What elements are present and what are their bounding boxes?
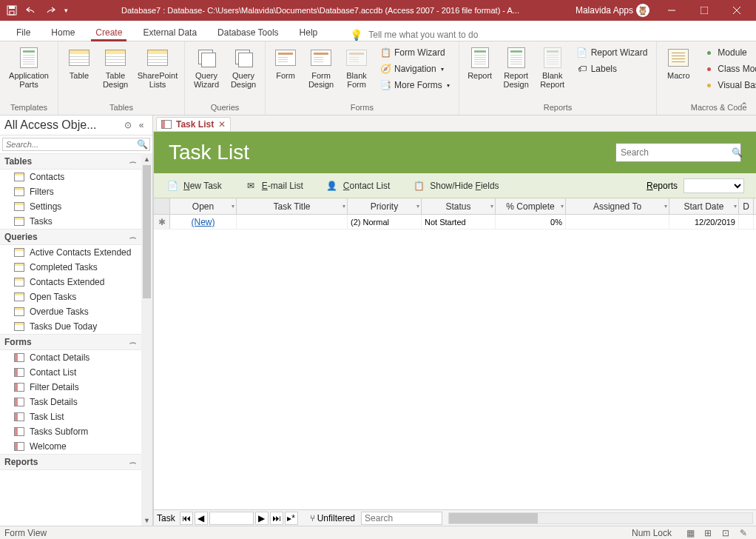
nav-item-tasks-subform[interactable]: Tasks Subform bbox=[0, 424, 141, 439]
recnav-first[interactable]: ⏮ bbox=[180, 512, 193, 525]
col-complete[interactable]: % Complete▾ bbox=[496, 198, 566, 214]
report-wizard-button[interactable]: 📄Report Wizard bbox=[572, 44, 652, 61]
report-design-button[interactable]: Report Design bbox=[499, 44, 533, 101]
nav-item-tasks-due-today[interactable]: Tasks Due Today bbox=[0, 319, 141, 334]
module-button[interactable]: Module bbox=[698, 44, 756, 61]
class-module-button[interactable]: Class Module bbox=[698, 61, 756, 77]
nav-item-contact-details[interactable]: Contact Details bbox=[0, 350, 141, 365]
application-parts-button[interactable]: Application Parts bbox=[4, 44, 53, 101]
cell-title[interactable] bbox=[237, 215, 348, 229]
col-open[interactable]: Open▾ bbox=[170, 198, 237, 214]
scroll-up-icon[interactable]: ▲ bbox=[141, 153, 152, 164]
new-record-row[interactable]: ✱ (New) (2) Normal Not Started 0% 12/20/… bbox=[154, 215, 756, 230]
cell-d[interactable] bbox=[739, 215, 754, 229]
nav-cat-queries[interactable]: Queries︽ bbox=[0, 229, 141, 245]
nav-item-contacts[interactable]: Contacts bbox=[0, 170, 141, 184]
horizontal-scrollbar[interactable] bbox=[448, 512, 753, 524]
contact-list-button[interactable]: 👤Contact List bbox=[325, 179, 390, 192]
recnav-search[interactable] bbox=[361, 512, 442, 525]
nav-item-active-contacts[interactable]: Active Contacts Extended bbox=[0, 245, 141, 260]
nav-item-task-list[interactable]: Task List bbox=[0, 409, 141, 424]
nav-item-tasks[interactable]: Tasks bbox=[0, 214, 141, 229]
col-task-title[interactable]: Task Title▾ bbox=[237, 198, 348, 214]
nav-collapse-button[interactable]: « bbox=[135, 120, 148, 130]
nav-scrollbar[interactable]: ▲ ▼ bbox=[141, 153, 152, 526]
tab-file[interactable]: File bbox=[6, 24, 41, 41]
labels-button[interactable]: 🏷Labels bbox=[572, 61, 652, 77]
col-assigned-to[interactable]: Assigned To▾ bbox=[566, 198, 669, 214]
form-search-input[interactable] bbox=[621, 147, 732, 158]
save-button[interactable] bbox=[3, 2, 21, 19]
row-selector-header[interactable] bbox=[154, 198, 170, 214]
nav-search-input[interactable] bbox=[3, 138, 135, 150]
maximize-button[interactable] bbox=[688, 0, 720, 21]
blank-report-button[interactable]: Blank Report bbox=[536, 44, 569, 101]
nav-item-contact-list[interactable]: Contact List bbox=[0, 365, 141, 380]
view-datasheet-button[interactable]: ⊞ bbox=[700, 527, 716, 539]
reports-dropdown[interactable] bbox=[684, 178, 744, 193]
email-list-button[interactable]: ✉E-mail List bbox=[244, 179, 303, 192]
form-wizard-button[interactable]: 📋Form Wizard bbox=[375, 44, 454, 61]
tab-help[interactable]: Help bbox=[289, 24, 328, 41]
tab-external-data[interactable]: External Data bbox=[132, 24, 207, 41]
scroll-down-icon[interactable]: ▼ bbox=[141, 515, 152, 526]
nav-cat-reports[interactable]: Reports︽ bbox=[0, 454, 141, 470]
view-layout-button[interactable]: ⊡ bbox=[718, 527, 734, 539]
nav-item-filter-details[interactable]: Filter Details bbox=[0, 380, 141, 395]
cell-assigned[interactable] bbox=[566, 215, 669, 229]
scrollbar-thumb[interactable] bbox=[143, 165, 151, 298]
table-button[interactable]: Table bbox=[63, 44, 95, 101]
cell-status[interactable]: Not Started bbox=[422, 215, 496, 229]
qat-customize[interactable]: ▾ bbox=[61, 2, 71, 19]
close-tab-button[interactable]: ✕ bbox=[218, 119, 226, 130]
nav-item-welcome[interactable]: Welcome bbox=[0, 439, 141, 454]
view-form-button[interactable]: ▦ bbox=[682, 527, 698, 539]
navigation-button[interactable]: 🧭Navigation▾ bbox=[375, 61, 454, 77]
form-design-button[interactable]: Form Design bbox=[304, 44, 338, 101]
minimize-button[interactable] bbox=[655, 0, 688, 21]
nav-title[interactable]: All Access Obje... bbox=[4, 118, 121, 132]
new-row-indicator[interactable]: ✱ bbox=[154, 215, 170, 229]
view-design-button[interactable]: ✎ bbox=[735, 527, 752, 539]
col-start-date[interactable]: Start Date▾ bbox=[669, 198, 739, 214]
nav-item-task-details[interactable]: Task Details bbox=[0, 395, 141, 409]
nav-cat-forms[interactable]: Forms︽ bbox=[0, 334, 141, 350]
nav-item-filters[interactable]: Filters bbox=[0, 184, 141, 199]
visual-basic-button[interactable]: Visual Basic bbox=[698, 77, 756, 93]
query-design-button[interactable]: Query Design bbox=[226, 44, 260, 101]
nav-item-open-tasks[interactable]: Open Tasks bbox=[0, 289, 141, 304]
cell-open[interactable]: (New) bbox=[170, 215, 237, 229]
undo-button[interactable] bbox=[22, 2, 40, 19]
tab-home[interactable]: Home bbox=[41, 24, 85, 41]
cell-priority[interactable]: (2) Normal bbox=[348, 215, 422, 229]
recnav-new[interactable]: ▸* bbox=[285, 512, 298, 525]
doc-tab-task-list[interactable]: Task List ✕ bbox=[156, 117, 231, 131]
show-hide-fields-button[interactable]: 📋Show/Hide Fields bbox=[412, 179, 499, 192]
nav-item-completed-tasks[interactable]: Completed Tasks bbox=[0, 260, 141, 275]
collapse-ribbon-button[interactable]: ⌃ bbox=[737, 100, 752, 112]
col-status[interactable]: Status▾ bbox=[422, 198, 496, 214]
blank-form-button[interactable]: Blank Form bbox=[341, 44, 372, 101]
nav-item-contacts-ext[interactable]: Contacts Extended bbox=[0, 275, 141, 289]
redo-button[interactable] bbox=[41, 2, 59, 19]
cell-start-date[interactable]: 12/20/2019 bbox=[669, 215, 739, 229]
search-icon[interactable]: 🔍 bbox=[732, 147, 743, 158]
nav-dropdown-button[interactable]: ⊙ bbox=[121, 120, 135, 130]
recnav-next[interactable]: ▶ bbox=[255, 512, 269, 525]
nav-item-overdue-tasks[interactable]: Overdue Tasks bbox=[0, 304, 141, 319]
more-forms-button[interactable]: 📑More Forms▾ bbox=[375, 77, 454, 93]
nav-search-button[interactable]: 🔍 bbox=[135, 138, 149, 150]
macro-button[interactable]: Macro bbox=[661, 44, 695, 101]
recnav-last[interactable]: ⏭ bbox=[270, 512, 283, 525]
col-priority[interactable]: Priority▾ bbox=[348, 198, 422, 214]
close-button[interactable] bbox=[720, 0, 753, 21]
recnav-prev[interactable]: ◀ bbox=[195, 512, 208, 525]
tell-me-search[interactable]: 💡 Tell me what you want to do bbox=[350, 29, 478, 41]
report-button[interactable]: Report bbox=[464, 44, 496, 101]
recnav-filter[interactable]: ⑂Unfiltered bbox=[310, 513, 355, 523]
cell-complete[interactable]: 0% bbox=[496, 215, 566, 229]
nav-item-settings[interactable]: Settings bbox=[0, 199, 141, 214]
nav-cat-tables[interactable]: Tables︽ bbox=[0, 153, 141, 170]
new-task-button[interactable]: 📄New Task bbox=[166, 179, 222, 192]
table-design-button[interactable]: Table Design bbox=[98, 44, 132, 101]
